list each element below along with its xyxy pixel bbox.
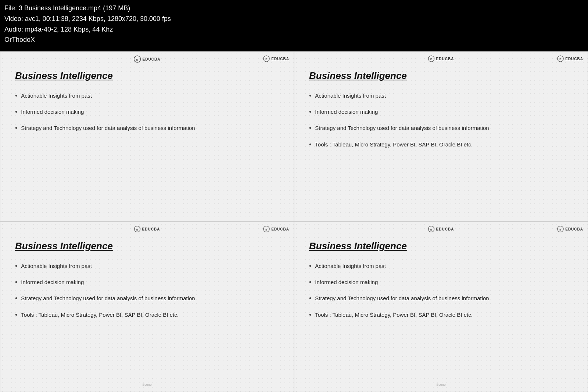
educba-logo-1b: E EDUCBA	[263, 55, 289, 62]
file-info-line1: File: 3 Business Intelligence.mp4 (197 M…	[4, 3, 584, 14]
educba-text-1: EDUCBA	[143, 57, 161, 61]
bullet-2-1: Actionable Insights from past	[309, 92, 573, 101]
bullet-list-3: Actionable Insights from past Informed d…	[15, 262, 279, 320]
educba-text-1b: EDUCBA	[271, 57, 289, 61]
bullet-list-4: Actionable Insights from past Informed d…	[309, 262, 573, 320]
slide-panel-4: E EDUCBA E EDUCBA Scene Business Intelli…	[294, 222, 588, 392]
bullet-3-4: Tools : Tableau, Micro Strategy, Power B…	[15, 311, 279, 320]
educba-logo-3: E EDUCBA	[134, 226, 160, 232]
slide-panel-1: E EDUCBA E EDUCBA Business Intelligence …	[0, 51, 294, 222]
svg-text:E: E	[265, 58, 268, 61]
scene-label-4: Scene	[436, 383, 446, 386]
educba-text-4: EDUCBA	[436, 227, 454, 231]
educba-logo-4b: E EDUCBA	[557, 226, 583, 232]
slide-panel-2: E EDUCBA E EDUCBA Business Intelligence …	[294, 51, 588, 222]
slide-inner-1: Business Intelligence Actionable Insight…	[0, 52, 294, 221]
slide-title-3: Business Intelligence	[15, 240, 279, 252]
educba-logo-4: E EDUCBA	[428, 226, 454, 232]
svg-text:E: E	[430, 58, 433, 61]
educba-text-3: EDUCBA	[142, 227, 160, 231]
svg-text:E: E	[430, 228, 433, 231]
bullet-list-1: Actionable Insights from past Informed d…	[15, 92, 279, 133]
educba-logo-2: E EDUCBA	[428, 55, 454, 62]
slide-inner-3: Business Intelligence Actionable Insight…	[0, 222, 294, 392]
bullet-3-2: Informed decision making	[15, 278, 279, 287]
svg-text:E: E	[265, 228, 268, 231]
educba-logo-3b: E EDUCBA	[263, 226, 289, 232]
info-bar: File: 3 Business Intelligence.mp4 (197 M…	[0, 0, 588, 51]
main-content: E EDUCBA E EDUCBA Business Intelligence …	[0, 51, 588, 392]
bullet-4-4: Tools : Tableau, Micro Strategy, Power B…	[309, 311, 573, 320]
svg-text:E: E	[559, 228, 562, 231]
file-info-line3: Audio: mp4a-40-2, 128 Kbps, 44 Khz	[4, 24, 584, 35]
slide-inner-4: Business Intelligence Actionable Insight…	[294, 222, 588, 392]
bullet-1-1: Actionable Insights from past	[15, 92, 279, 101]
file-info-line2: Video: avc1, 00:11:38, 2234 Kbps, 1280x7…	[4, 14, 584, 24]
bullet-4-3: Strategy and Technology used for data an…	[309, 294, 573, 303]
educba-text-2b: EDUCBA	[565, 57, 583, 61]
svg-text:E: E	[559, 58, 562, 61]
bullet-2-2: Informed decision making	[309, 108, 573, 117]
bullet-3-3: Strategy and Technology used for data an…	[15, 294, 279, 303]
educba-text-3b: EDUCBA	[271, 227, 289, 231]
scene-label-3: Scene	[142, 383, 152, 386]
slide-panel-3: E EDUCBA E EDUCBA Scene Business Intelli…	[0, 222, 294, 392]
educba-text-2: EDUCBA	[436, 57, 454, 61]
bullet-1-2: Informed decision making	[15, 108, 279, 117]
bullet-4-2: Informed decision making	[309, 278, 573, 287]
bullet-4-1: Actionable Insights from past	[309, 262, 573, 271]
svg-text:E: E	[136, 58, 138, 61]
bullet-1-3: Strategy and Technology used for data an…	[15, 124, 279, 133]
bullet-3-1: Actionable Insights from past	[15, 262, 279, 271]
slide-title-4: Business Intelligence	[309, 240, 573, 252]
slide-title-1: Business Intelligence	[15, 70, 279, 81]
bullet-list-2: Actionable Insights from past Informed d…	[309, 92, 573, 149]
educba-text-4b: EDUCBA	[565, 227, 583, 231]
educba-logo-2b: E EDUCBA	[557, 55, 583, 62]
bullet-2-3: Strategy and Technology used for data an…	[309, 124, 573, 133]
educba-logo-1: E EDUCBA	[134, 55, 161, 63]
bullet-2-4: Tools : Tableau, Micro Strategy, Power B…	[309, 141, 573, 149]
svg-text:E: E	[136, 228, 139, 231]
file-info-line4: OrThodoX	[4, 35, 584, 45]
slide-title-2: Business Intelligence	[309, 70, 573, 81]
slide-inner-2: Business Intelligence Actionable Insight…	[294, 52, 588, 221]
